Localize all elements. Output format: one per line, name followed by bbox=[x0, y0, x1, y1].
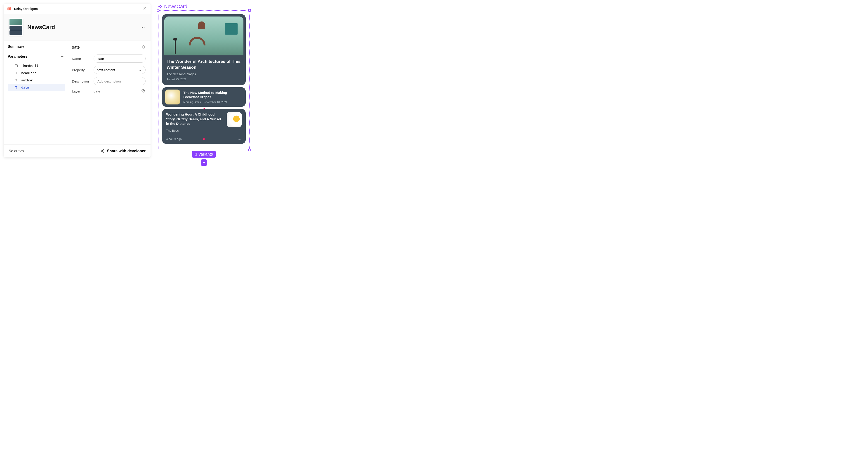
svg-point-1 bbox=[16, 65, 16, 66]
share-icon bbox=[101, 149, 105, 153]
svg-point-3 bbox=[143, 90, 144, 91]
property-select[interactable]: text-content ⌄ bbox=[94, 66, 146, 74]
error-status: No errors bbox=[8, 149, 24, 153]
param-label: author bbox=[21, 79, 33, 82]
add-variant-button[interactable]: + bbox=[201, 159, 207, 166]
component-name: NewsCard bbox=[27, 24, 55, 31]
component-set-frame[interactable]: The Wonderful Architectures of This Wint… bbox=[158, 10, 250, 150]
component-set-icon bbox=[158, 4, 162, 8]
component-menu-button[interactable]: ⋮ bbox=[140, 25, 146, 29]
variants-count-badge: 3 Variants bbox=[192, 151, 216, 158]
param-thumbnail[interactable]: thumbnail bbox=[8, 62, 65, 69]
resize-handle-tr[interactable] bbox=[248, 9, 251, 11]
summary-tab[interactable]: Summary bbox=[8, 44, 65, 49]
dot-icon bbox=[203, 138, 205, 140]
param-label: thumbnail bbox=[21, 64, 38, 68]
param-label: headline bbox=[21, 71, 36, 75]
trash-icon bbox=[142, 44, 146, 49]
param-label: date bbox=[21, 86, 29, 89]
description-input[interactable]: Add description bbox=[94, 77, 146, 85]
card-thumbnail bbox=[164, 17, 243, 55]
close-icon bbox=[143, 6, 147, 10]
component-sidebar: Summary Parameters + thumbnail T headlin… bbox=[4, 40, 67, 145]
param-date[interactable]: T date bbox=[8, 84, 65, 91]
locate-layer-button[interactable] bbox=[141, 88, 146, 94]
detail-head: date bbox=[72, 44, 146, 50]
property-field-label: Property bbox=[72, 68, 94, 72]
component-header: NewsCard ⋮ bbox=[4, 14, 151, 40]
name-field-label: Name bbox=[72, 57, 94, 61]
svg-rect-10 bbox=[161, 6, 162, 7]
component-set-label[interactable]: NewsCard bbox=[158, 4, 250, 9]
panel-footer: No errors Share with developer bbox=[4, 145, 151, 157]
figma-canvas: NewsCard The Wonderful Architectures of … bbox=[158, 4, 250, 150]
param-author[interactable]: T author bbox=[8, 76, 65, 84]
layer-field-label: Layer bbox=[72, 89, 94, 93]
description-field-label: Description bbox=[72, 79, 94, 83]
svg-rect-7 bbox=[160, 5, 161, 6]
resize-handle-br[interactable] bbox=[248, 149, 251, 151]
layer-value: date bbox=[94, 89, 141, 93]
name-input[interactable]: date bbox=[94, 55, 146, 63]
panel-titlebar: Relay for Figma bbox=[4, 4, 151, 14]
image-icon bbox=[14, 64, 18, 67]
close-button[interactable] bbox=[143, 6, 147, 11]
text-icon: T bbox=[14, 86, 18, 89]
plugin-title: Relay for Figma bbox=[14, 7, 38, 11]
detail-title: date bbox=[72, 45, 80, 50]
dot-icon bbox=[203, 108, 205, 110]
parameters-heading-row: Parameters + bbox=[8, 54, 65, 59]
target-icon bbox=[141, 88, 146, 93]
text-icon: T bbox=[14, 79, 18, 82]
chevron-down-icon: ⌄ bbox=[139, 68, 142, 72]
share-with-developer-button[interactable]: Share with developer bbox=[101, 149, 146, 153]
text-icon: T bbox=[14, 71, 18, 75]
resize-handle-tl[interactable] bbox=[157, 9, 159, 11]
parameters-heading: Parameters bbox=[8, 55, 27, 59]
relay-panel: Relay for Figma NewsCard ⋮ Summary Param… bbox=[4, 4, 151, 157]
panel-body: Summary Parameters + thumbnail T headlin… bbox=[4, 40, 151, 145]
relay-logo-icon bbox=[7, 7, 12, 10]
delete-parameter-button[interactable] bbox=[142, 44, 146, 50]
resize-handle-bl[interactable] bbox=[157, 149, 159, 151]
component-thumbnail bbox=[8, 18, 23, 36]
param-headline[interactable]: T headline bbox=[8, 69, 65, 76]
add-parameter-button[interactable]: + bbox=[61, 54, 65, 59]
parameter-detail: date Name date Property text-content ⌄ D… bbox=[67, 40, 151, 145]
svg-rect-9 bbox=[158, 6, 160, 7]
svg-rect-8 bbox=[160, 7, 161, 8]
